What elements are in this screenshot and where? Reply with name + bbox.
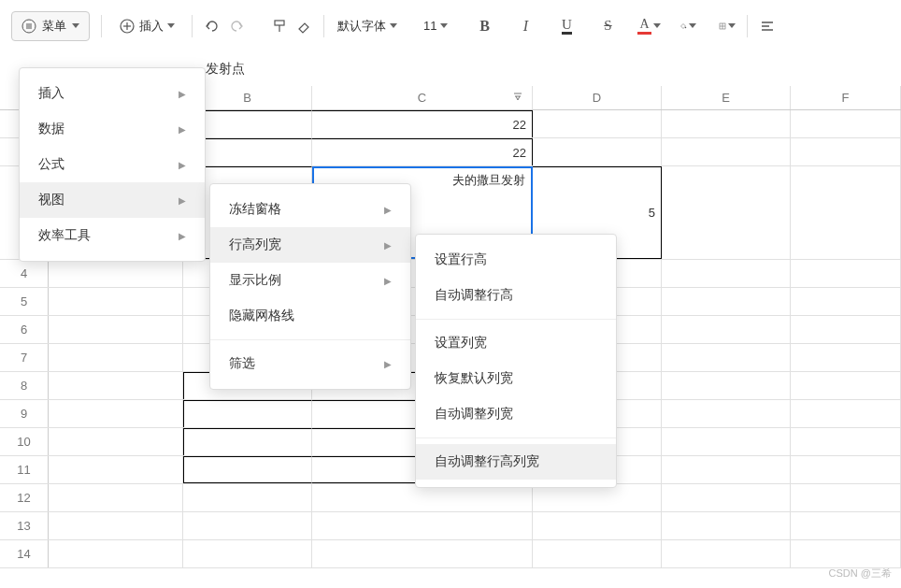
- cell[interactable]: [49, 484, 183, 511]
- cell[interactable]: [49, 512, 183, 539]
- menu-item[interactable]: 数据▶: [20, 111, 205, 147]
- menu-item[interactable]: 筛选▶: [210, 346, 410, 381]
- cell[interactable]: [49, 456, 183, 483]
- cell[interactable]: [791, 166, 901, 259]
- cell[interactable]: [662, 428, 791, 455]
- menu-item[interactable]: 显示比例▶: [210, 263, 410, 298]
- row-header[interactable]: 13: [0, 512, 49, 539]
- row-header[interactable]: 12: [0, 484, 49, 511]
- cell[interactable]: 22: [312, 138, 533, 165]
- cell[interactable]: [662, 484, 791, 511]
- font-size-select[interactable]: 11: [422, 15, 450, 36]
- menu-item[interactable]: 设置行高: [416, 242, 616, 278]
- bold-button[interactable]: B: [476, 18, 493, 35]
- cell[interactable]: [183, 400, 312, 427]
- row-header[interactable]: 6: [0, 316, 49, 343]
- cell[interactable]: [312, 484, 533, 511]
- cell[interactable]: [662, 138, 791, 165]
- cell[interactable]: [533, 484, 662, 511]
- cell[interactable]: [791, 288, 901, 315]
- fill-color-button[interactable]: [679, 18, 696, 35]
- cell[interactable]: [662, 166, 791, 259]
- cell[interactable]: [49, 260, 183, 287]
- menu-item[interactable]: 自动调整列宽: [416, 396, 616, 432]
- cell[interactable]: [49, 344, 183, 371]
- cell[interactable]: [49, 400, 183, 427]
- row-header[interactable]: 8: [0, 372, 49, 399]
- cell[interactable]: [312, 540, 533, 567]
- align-button[interactable]: [759, 18, 776, 35]
- cell[interactable]: [183, 540, 312, 567]
- menu-item[interactable]: 设置列宽: [416, 325, 616, 361]
- cell[interactable]: [662, 316, 791, 343]
- cell[interactable]: [533, 138, 662, 165]
- cell[interactable]: [791, 316, 901, 343]
- cell[interactable]: [49, 428, 183, 455]
- cell[interactable]: [49, 288, 183, 315]
- undo-button[interactable]: [204, 18, 221, 35]
- cell[interactable]: [662, 344, 791, 371]
- menu-item[interactable]: 效率工具▶: [20, 218, 205, 253]
- cell[interactable]: 22: [312, 110, 533, 137]
- italic-button[interactable]: I: [517, 18, 534, 35]
- cell[interactable]: [791, 512, 901, 539]
- cell[interactable]: [662, 540, 791, 567]
- cell[interactable]: [791, 260, 901, 287]
- cell[interactable]: [49, 540, 183, 567]
- cell[interactable]: [791, 484, 901, 511]
- menu-item[interactable]: 行高列宽▶: [210, 227, 410, 263]
- cell[interactable]: [662, 400, 791, 427]
- cell[interactable]: [662, 110, 791, 137]
- col-header-d[interactable]: D: [533, 86, 662, 109]
- col-header-e[interactable]: E: [662, 86, 791, 109]
- cell[interactable]: [183, 512, 312, 539]
- menu-button[interactable]: 菜单: [11, 11, 90, 41]
- menu-item[interactable]: 视图▶: [20, 182, 205, 218]
- cell[interactable]: [791, 372, 901, 399]
- format-painter-button[interactable]: [271, 18, 288, 35]
- cell[interactable]: [791, 110, 901, 137]
- row-header[interactable]: 10: [0, 428, 49, 455]
- menu-item[interactable]: 自动调整行高列宽: [416, 444, 616, 480]
- row-header[interactable]: 9: [0, 400, 49, 427]
- menu-item[interactable]: 恢复默认列宽: [416, 361, 616, 396]
- cell[interactable]: [533, 110, 662, 137]
- cell[interactable]: [662, 372, 791, 399]
- cell[interactable]: [533, 512, 662, 539]
- menu-item[interactable]: 冻结窗格▶: [210, 192, 410, 227]
- cell[interactable]: [662, 512, 791, 539]
- underline-button[interactable]: U: [558, 18, 575, 35]
- menu-item[interactable]: 自动调整行高: [416, 278, 616, 313]
- row-header[interactable]: 4: [0, 260, 49, 287]
- column-dropdown-icon[interactable]: [511, 90, 524, 106]
- menu-item[interactable]: 隐藏网格线: [210, 298, 410, 334]
- row-header[interactable]: 14: [0, 540, 49, 567]
- cell[interactable]: [183, 484, 312, 511]
- cell[interactable]: [183, 456, 312, 483]
- cell[interactable]: [662, 260, 791, 287]
- cell[interactable]: [662, 288, 791, 315]
- cell[interactable]: [49, 316, 183, 343]
- font-color-button[interactable]: A: [640, 18, 657, 35]
- cell[interactable]: [312, 512, 533, 539]
- insert-button[interactable]: 插入: [113, 14, 180, 38]
- col-header-c[interactable]: C: [312, 86, 533, 109]
- cell[interactable]: [183, 428, 312, 455]
- cell[interactable]: [791, 344, 901, 371]
- cell[interactable]: [791, 456, 901, 483]
- strike-button[interactable]: S: [599, 18, 616, 35]
- border-button[interactable]: [719, 18, 736, 35]
- menu-item[interactable]: 公式▶: [20, 147, 205, 182]
- redo-button[interactable]: [228, 18, 245, 35]
- cell[interactable]: [791, 540, 901, 567]
- clear-format-button[interactable]: [295, 18, 312, 35]
- row-header[interactable]: 5: [0, 288, 49, 315]
- cell[interactable]: [662, 456, 791, 483]
- cell[interactable]: [533, 540, 662, 567]
- row-header[interactable]: 11: [0, 456, 49, 483]
- font-select[interactable]: 默认字体: [336, 14, 399, 38]
- menu-item[interactable]: 插入▶: [20, 76, 205, 111]
- cell[interactable]: [791, 400, 901, 427]
- cell[interactable]: [791, 138, 901, 165]
- cell[interactable]: [791, 428, 901, 455]
